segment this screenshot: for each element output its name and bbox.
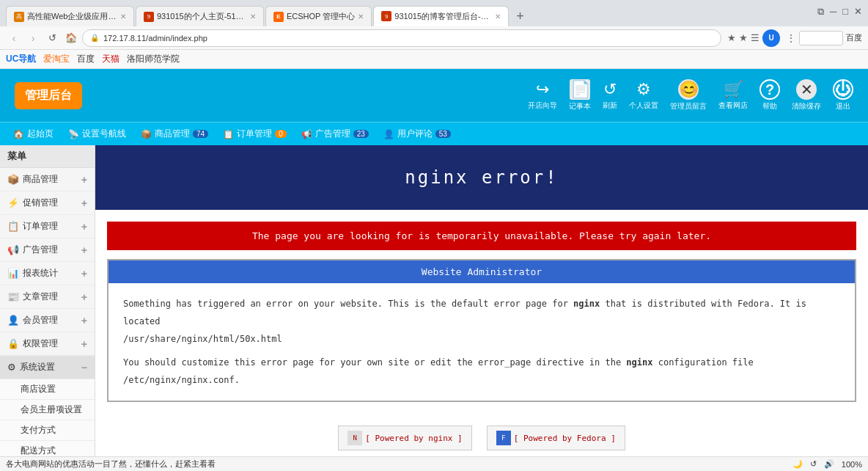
sidebar-item-ads[interactable]: 📢 广告管理 + — [0, 238, 95, 262]
reports-sidebar-label: 报表统计 — [23, 267, 58, 280]
orders-nav-icon: 📋 — [223, 129, 234, 139]
tab-4-active[interactable]: 9 931015的博客管理后台-51C… ✕ — [373, 6, 509, 26]
ads-expand-icon: + — [81, 244, 87, 256]
home-browser-button[interactable]: 🏠 — [63, 30, 79, 46]
maximize-button[interactable]: □ — [842, 6, 848, 18]
sidebar-item-reports[interactable]: 📊 报表统计 + — [0, 262, 95, 285]
forward-button[interactable]: › — [25, 30, 41, 46]
tab-3-close[interactable]: ✕ — [358, 12, 364, 21]
nginx-word2: nginx — [626, 357, 652, 368]
nginx-body-line1: Something has triggered an error on your… — [123, 295, 840, 330]
nav-reviews[interactable]: 👤 用户评论 53 — [378, 125, 457, 143]
status-text: 各大电商网站的优惠活动一目了然，还懂什么，赶紧主看看 — [6, 459, 785, 470]
refresh-icon: ↺ — [603, 80, 617, 99]
sidebar-sub-shop[interactable]: 商店设置 — [0, 379, 95, 400]
system-sidebar-label: 系统设置 — [20, 361, 55, 373]
shop-icon: 🛒 — [724, 80, 743, 99]
ads-nav-badge: 23 — [353, 130, 369, 138]
nav-ads[interactable]: 📢 广告管理 23 — [295, 125, 375, 143]
user-menu-icon[interactable]: ★ — [739, 32, 748, 43]
tool-notes[interactable]: 📄 记事本 — [569, 79, 591, 112]
moon-icon[interactable]: 🌙 — [792, 459, 803, 469]
tool-clear[interactable]: ✕ 清除缓存 — [792, 79, 821, 112]
tab-2[interactable]: 9 931015的个人主页-51CTO博… ✕ — [136, 6, 264, 26]
window-icon[interactable]: ⧉ — [817, 6, 824, 18]
volume-icon[interactable]: 🔊 — [824, 459, 834, 469]
tab-1-close[interactable]: ✕ — [120, 12, 126, 21]
sidebar-item-permissions[interactable]: 🔒 权限管理 + — [0, 332, 95, 356]
status-bar: 各大电商网站的优惠活动一目了然，还懂什么，赶紧主看看 🌙 ↺ 🔊 100% — [0, 456, 868, 471]
nav-bar: 🏠 起始页 📡 设置号航线 📦 商品管理 74 📋 订单管理 0 📢 广告管理 … — [0, 122, 868, 145]
sidebar-item-articles[interactable]: 📰 文章管理 + — [0, 285, 95, 309]
orders-sidebar-label: 订单管理 — [23, 220, 58, 233]
tool-logout[interactable]: ⏻ 退出 — [833, 79, 853, 112]
nginx-badge-icon-1: N — [347, 431, 362, 445]
nginx-badge-text-1: [ Powered by nginx ] — [365, 434, 462, 443]
sidebar-sub-member-reg[interactable]: 会员主册项设置 — [0, 400, 95, 420]
users-icon: 😊 — [678, 79, 699, 100]
main-content: nginx error! The page you are looking fo… — [95, 145, 868, 456]
nav-signals[interactable]: 📡 设置号航线 — [62, 125, 132, 143]
nginx-info-header: Website Administrator — [108, 260, 855, 283]
tool-open-shop[interactable]: ↪ 开店向导 — [528, 80, 557, 111]
content-area: 菜单 📦 商品管理 + ⚡ 促销管理 + — [0, 145, 868, 456]
tab-2-favicon: 9 — [144, 12, 154, 22]
lock-icon: 🔒 — [90, 34, 99, 42]
permissions-expand-icon: + — [81, 338, 87, 350]
sidebar-sub-payment[interactable]: 支付方式 — [0, 420, 95, 441]
star-icon[interactable]: ★ — [727, 32, 736, 43]
ads-sidebar-label: 广告管理 — [23, 244, 58, 256]
bookmark-luoyang[interactable]: 洛阳师范学院 — [127, 53, 180, 65]
refresh-label: 刷新 — [603, 101, 617, 111]
bookmark-baidu[interactable]: 百度 — [77, 53, 95, 65]
ads-nav-icon: 📢 — [301, 129, 312, 139]
help-icon: ? — [760, 79, 780, 100]
bookmark-uc[interactable]: UC导航 — [6, 53, 36, 65]
nginx-body-line3: You should customize this error page for… — [123, 354, 840, 389]
address-text: 172.17.8.11/admin/index.php — [103, 34, 713, 43]
open-shop-icon: ↪ — [536, 80, 549, 99]
nginx-badge-2: F [ Powered by Fedora ] — [487, 426, 625, 450]
tab-4-close[interactable]: ✕ — [495, 12, 501, 21]
sidebar-item-promotions[interactable]: ⚡ 促销管理 + — [0, 191, 95, 215]
baidu-search-input[interactable] — [799, 31, 843, 45]
sidebar-item-orders[interactable]: 📋 订单管理 + — [0, 215, 95, 238]
user-avatar[interactable]: U — [762, 29, 780, 47]
orders-nav-label: 订单管理 — [237, 128, 272, 140]
nav-orders[interactable]: 📋 订单管理 0 — [217, 125, 293, 143]
reports-expand-icon: + — [81, 268, 87, 280]
tool-settings[interactable]: ⚙ 个人设置 — [629, 80, 658, 111]
signals-nav-label: 设置号航线 — [82, 128, 126, 140]
ads-sidebar-icon: 📢 — [7, 244, 19, 255]
tool-refresh[interactable]: ↺ 刷新 — [603, 80, 617, 111]
tool-shop[interactable]: 🛒 查看网店 — [718, 80, 748, 111]
sidebar-sub-shipping[interactable]: 配送方式 — [0, 441, 95, 456]
nav-home[interactable]: 🏠 起始页 — [7, 125, 59, 143]
back-button[interactable]: ‹ — [6, 30, 22, 46]
tool-users[interactable]: 😊 管理员留言 — [670, 79, 707, 112]
nginx-word: nginx — [573, 299, 600, 309]
browser-menu-icon[interactable]: ⋮ — [786, 32, 796, 44]
bookmark-tmall[interactable]: 天猫 — [102, 53, 119, 65]
address-bar[interactable]: 🔒 172.17.8.11/admin/index.php — [82, 29, 721, 47]
bookmark-icon[interactable]: ☰ — [751, 32, 760, 43]
clear-icon: ✕ — [796, 79, 817, 100]
sidebar-item-goods[interactable]: 📦 商品管理 + — [0, 168, 95, 191]
tab-1[interactable]: 高 高性能Web企业级应用实战-… ✕ — [6, 6, 134, 26]
refresh-button[interactable]: ↺ — [44, 30, 60, 46]
bookmark-taobao[interactable]: 爱淘宝 — [43, 53, 70, 65]
refresh-status-icon[interactable]: ↺ — [810, 459, 817, 469]
add-tab-button[interactable]: + — [510, 6, 530, 26]
sidebar-item-members[interactable]: 👤 会员管理 + — [0, 309, 95, 332]
header-tools: ↪ 开店向导 📄 记事本 ↺ 刷新 ⚙ 个人设置 — [528, 79, 853, 112]
nginx-badge-text-2: [ Powered by Fedora ] — [514, 434, 616, 443]
close-button[interactable]: ✕ — [854, 6, 862, 18]
notes-icon: 📄 — [570, 79, 590, 100]
promotions-sidebar-icon: ⚡ — [7, 197, 19, 208]
tab-2-close[interactable]: ✕ — [250, 12, 256, 21]
minimize-button[interactable]: ─ — [830, 6, 836, 18]
sidebar-item-system[interactable]: ⚙ 系统设置 − — [0, 356, 95, 379]
nav-goods[interactable]: 📦 商品管理 74 — [135, 125, 214, 143]
tool-help[interactable]: ? 帮助 — [760, 79, 780, 112]
tab-3[interactable]: E ECSHOP 管理中心 ✕ — [265, 6, 372, 26]
